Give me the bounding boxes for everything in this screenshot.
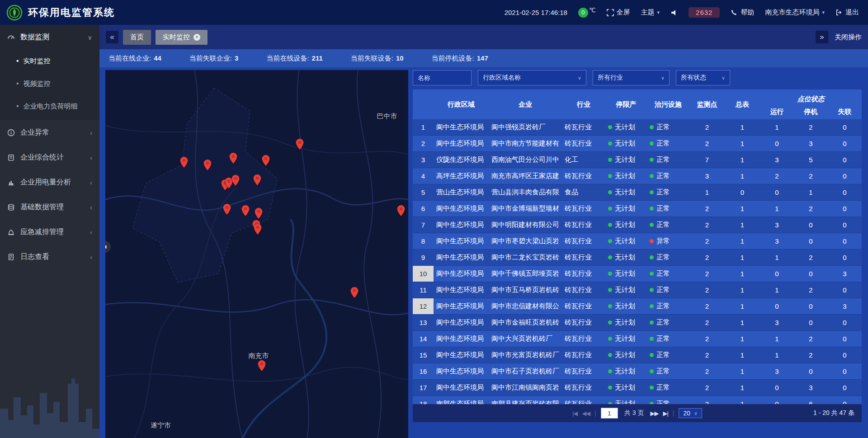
stat-offline-enterprises: 当前失联企业:3 [189, 54, 239, 63]
col-region: 行政区域 [434, 89, 489, 119]
row-total-meters: 1 [725, 380, 760, 396]
row-industry: 砖瓦行业 [562, 217, 605, 233]
map-pin-icon[interactable] [241, 205, 250, 217]
table-row[interactable]: 3 仪陇生态环境局 西南油气田分公司川中 化工 无计划 正常 7 1 3 5 0 [413, 152, 862, 168]
next-page-button[interactable]: ▶▶ [650, 410, 658, 417]
record-range-label: 1 - 20 共 47 条 [813, 409, 854, 417]
sidebar-group-power-analysis[interactable]: 企业用电量分析 ‹ [0, 170, 99, 195]
map-pin-icon[interactable] [231, 174, 240, 186]
industry-filter-select[interactable]: 所有行业 ∨ [593, 70, 670, 85]
map-panel[interactable]: 巴中市 南充市 遂宁市 [105, 70, 408, 438]
divider: | [594, 410, 596, 417]
table-row[interactable]: 18 南部生态环境局 南部县建兴页岩砖有限 砖瓦行业 无计划 正常 2 1 0 … [413, 396, 862, 404]
sidebar-group-enterprise-statistics[interactable]: 企业综合统计 ‹ [0, 145, 99, 170]
alarm-count-badge[interactable]: 2632 [689, 7, 720, 18]
table-row[interactable]: 6 阆中生态环境局 阆中市金博瑞新型墙材 砖瓦行业 无计划 正常 2 1 1 2… [413, 201, 862, 217]
tab-realtime-monitor[interactable]: 实时监控 ✕ [156, 30, 208, 45]
table-row[interactable]: 14 阆中生态环境局 阆中大兴页岩机砖厂 砖瓦行业 无计划 正常 2 1 1 2… [413, 331, 862, 347]
table-row[interactable]: 12 阆中生态环境局 阆中市忠信建材有限公 砖瓦行业 无计划 正常 2 1 0 … [413, 298, 862, 315]
close-icon[interactable]: ✕ [193, 34, 200, 41]
sidebar-group-enterprise-anomaly[interactable]: 企业异常 ‹ [0, 120, 99, 145]
stop-status-dot [608, 288, 612, 292]
sidebar-item-video-monitor[interactable]: • 视频监控 [0, 72, 99, 95]
row-index: 15 [413, 347, 434, 363]
logout-icon [835, 9, 843, 16]
alarm-sound-button[interactable] [670, 9, 678, 16]
divider: | [673, 410, 675, 417]
map-pin-icon[interactable] [229, 152, 237, 164]
row-monitor-points: 2 [689, 136, 725, 151]
chevron-left-icon: ◀ [105, 244, 107, 249]
temperature-unit: ℃ [589, 7, 596, 14]
sidebar-group-base-data[interactable]: 基础数据管理 ‹ [0, 195, 99, 220]
chevron-down-icon: ∨ [88, 34, 92, 41]
facility-status-dot [650, 272, 654, 276]
map-pin-icon[interactable] [350, 287, 359, 298]
map-pin-icon[interactable] [223, 203, 231, 215]
table-row[interactable]: 9 阆中生态环境局 阆中市二龙长宝页岩砖 砖瓦行业 无计划 正常 2 1 1 2… [413, 250, 862, 266]
map-pin-icon[interactable] [397, 205, 405, 217]
fullscreen-button[interactable]: 全屏 [607, 8, 630, 17]
tab-home[interactable]: 首页 [123, 30, 151, 45]
table-row[interactable]: 5 营山生态环境局 营山县润丰肉食品有限 食品 无计划 正常 1 0 0 1 0 [413, 184, 862, 201]
table-row[interactable]: 4 高坪生态环境局 南充市高坪区王家店建 砖瓦行业 无计划 正常 3 1 2 2… [413, 168, 862, 184]
name-filter-input[interactable] [413, 70, 472, 85]
tabs-scroll-left-button[interactable]: « [106, 31, 118, 43]
row-running-count: 3 [760, 315, 794, 330]
row-running-count: 3 [760, 363, 794, 379]
status-filter-select[interactable]: 所有状态 ∨ [676, 70, 730, 85]
org-dropdown[interactable]: 南充市生态环境局 ▾ [765, 8, 825, 17]
row-industry: 砖瓦行业 [562, 233, 605, 249]
help-button[interactable]: 帮助 [731, 8, 754, 17]
row-company: 阆中市五马桥页岩机砖 [489, 282, 562, 298]
chevron-down-icon: ▾ [657, 9, 660, 15]
table-row[interactable]: 1 阆中生态环境局 阆中强锐页岩砖厂 砖瓦行业 无计划 正常 2 1 1 2 0 [413, 119, 862, 136]
sidebar-group-data-monitoring[interactable]: 数据监测 ∨ [0, 25, 99, 50]
row-running-count: 0 [760, 266, 794, 282]
logout-button[interactable]: 退出 [835, 8, 859, 17]
previous-page-button[interactable]: ◀◀ [582, 410, 590, 417]
page-size-select[interactable]: 20 ∨ [679, 408, 702, 418]
region-filter-select[interactable]: 行政区域名称 ∨ [478, 70, 586, 85]
sidebar-submenu: • 实时监控 • 视频监控 • 企业电力负荷明细 [0, 50, 99, 120]
row-running-count: 0 [760, 380, 794, 396]
row-total-meters: 1 [725, 396, 760, 404]
map-pin-icon[interactable] [296, 138, 304, 150]
last-page-button[interactable]: ▶| [663, 410, 668, 417]
stop-status-dot [608, 386, 612, 390]
row-region: 南部生态环境局 [434, 396, 489, 404]
row-facility-status: 正常 [647, 152, 689, 168]
row-facility-status: 正常 [647, 331, 689, 347]
row-monitor-points: 2 [689, 217, 725, 233]
table-row[interactable]: 11 阆中生态环境局 阆中市五马桥页岩机砖 砖瓦行业 无计划 正常 2 1 1 … [413, 282, 862, 298]
row-index: 12 [413, 298, 434, 314]
sidebar-item-power-load-detail[interactable]: • 企业电力负荷明细 [0, 95, 99, 118]
row-region: 阆中生态环境局 [434, 282, 489, 298]
table-row[interactable]: 17 阆中生态环境局 阆中市江南镇阆南页岩 砖瓦行业 无计划 正常 2 1 0 … [413, 380, 862, 396]
tabs-scroll-right-button[interactable]: » [816, 31, 828, 43]
first-page-button[interactable]: |◀ [572, 410, 577, 417]
row-running-count: 0 [760, 298, 794, 314]
map-pin-icon[interactable] [180, 156, 188, 168]
page-number-input[interactable] [601, 408, 618, 419]
map-pin-icon[interactable] [254, 223, 262, 235]
map-pin-icon[interactable] [255, 207, 263, 219]
table-row[interactable]: 10 阆中生态环境局 阆中千佛镇五郎垭页岩 砖瓦行业 无计划 正常 2 1 0 … [413, 266, 862, 282]
sidebar-group-emergency-reduction[interactable]: 应急减排管理 ‹ [0, 220, 99, 245]
table-row[interactable]: 2 阆中生态环境局 阆中市南方节能建材有 砖瓦行业 无计划 正常 2 1 0 3… [413, 136, 862, 152]
close-operations-button[interactable]: 关闭操作 [835, 33, 862, 42]
sidebar-group-log-view[interactable]: 日志查看 ‹ [0, 245, 99, 269]
stop-status-dot [608, 125, 612, 129]
map-pin-icon[interactable] [253, 174, 261, 186]
map-pin-icon[interactable] [258, 360, 266, 372]
table-row[interactable]: 15 阆中生态环境局 阆中市光富页岩机砖厂 砖瓦行业 无计划 正常 2 1 1 … [413, 347, 862, 363]
map-pin-icon[interactable] [203, 159, 212, 171]
table-row[interactable]: 7 阆中生态环境局 阆中明阳建材有限公司 砖瓦行业 无计划 正常 2 1 3 0… [413, 217, 862, 233]
theme-dropdown[interactable]: 主题 ▾ [641, 8, 660, 17]
map-pin-icon[interactable] [262, 155, 270, 166]
row-stop-status: 无计划 [605, 331, 647, 347]
sidebar-item-realtime-monitor[interactable]: • 实时监控 [0, 50, 99, 72]
table-row[interactable]: 13 阆中生态环境局 阆中市金福旺页岩机砖 砖瓦行业 无计划 正常 2 1 3 … [413, 315, 862, 331]
table-row[interactable]: 16 阆中生态环境局 阆中市石子页岩机砖厂 砖瓦行业 无计划 正常 2 1 3 … [413, 363, 862, 380]
table-row[interactable]: 8 阆中生态环境局 阆中市枣碧大梁山页岩 砖瓦行业 无计划 异常 2 1 3 0… [413, 233, 862, 250]
